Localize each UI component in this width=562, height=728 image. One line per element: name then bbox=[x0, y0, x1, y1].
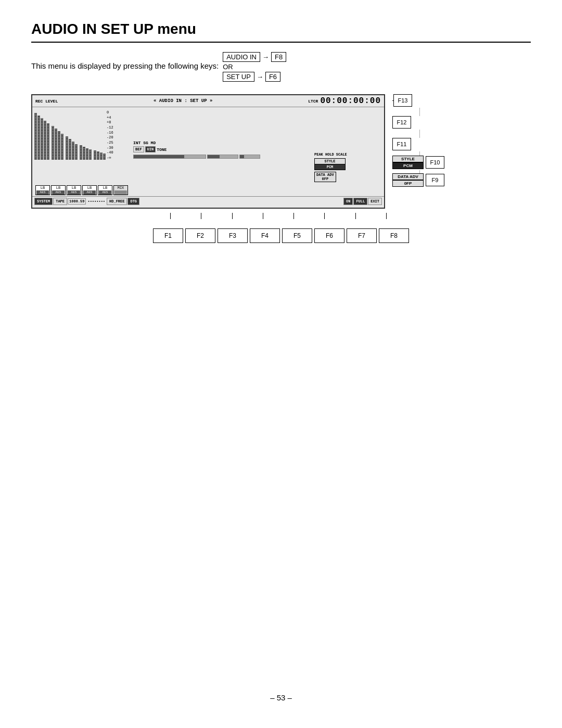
scale-label: SCALE bbox=[336, 152, 347, 157]
f9-side-key[interactable]: DATA ADV 0FP F9 bbox=[392, 173, 444, 187]
style-box: STYLE PCM bbox=[314, 158, 346, 170]
f5-bottom-key[interactable]: F5 bbox=[282, 228, 312, 243]
ch2-label: LB AES bbox=[51, 185, 66, 195]
dotted-cell: ▪▪▪▪▪▪▪▪ bbox=[86, 199, 106, 204]
f9-dataadv-label: DATA ADV bbox=[392, 173, 424, 180]
ch4-label: LB AES bbox=[82, 185, 97, 195]
f11-label: F11 bbox=[392, 138, 411, 150]
f10-style-label: STYLE bbox=[392, 156, 424, 162]
ltc-time: 00:00:00:00 bbox=[320, 96, 381, 106]
f9-ofp-label: 0FP bbox=[392, 180, 424, 187]
audio-in-key: AUDIO IN bbox=[223, 52, 260, 62]
f9-label: F9 bbox=[426, 174, 444, 186]
ch3-label: LB AES bbox=[67, 185, 81, 195]
bottom-fkeys-row: F1 F2 F3 F4 F5 F6 F7 F8 bbox=[153, 228, 409, 243]
ltc-label: LTCR bbox=[308, 99, 318, 104]
f6-bottom-key[interactable]: F6 bbox=[314, 228, 344, 243]
scale-30: -30 bbox=[107, 146, 113, 150]
f2-bottom-key[interactable]: F2 bbox=[185, 228, 215, 243]
ch5-label: LB AES bbox=[98, 185, 112, 195]
intro-text: This menu is displayed by pressing the f… bbox=[31, 61, 219, 70]
f10-side-key[interactable]: STYLE PCM F10 bbox=[392, 156, 444, 169]
f6-key: F6 bbox=[265, 72, 280, 82]
f8-bottom-key[interactable]: F8 bbox=[379, 228, 409, 243]
scale-8: +8 bbox=[107, 120, 113, 124]
on-cell: ON bbox=[343, 198, 353, 205]
main-screen: REC LEVEL « AUDIO IN : SET UP » LTCR 00:… bbox=[31, 94, 385, 209]
tape-cell: TAPE bbox=[53, 198, 67, 205]
ch6-label: MIX bbox=[113, 185, 128, 195]
arrow2: → bbox=[257, 73, 263, 81]
scale-25: -25 bbox=[107, 141, 113, 145]
scale-12: -12 bbox=[107, 125, 113, 130]
scale-40: -40 bbox=[107, 150, 113, 155]
peak-label: PEAK HOLD bbox=[314, 152, 334, 157]
f13-side-key[interactable]: F13 bbox=[392, 94, 444, 107]
f12-label: F12 bbox=[392, 116, 411, 129]
scale-20: -20 bbox=[107, 135, 113, 139]
uin-label: UIN bbox=[145, 146, 156, 152]
or-text: OR bbox=[223, 63, 286, 71]
tone-label: TONE bbox=[157, 147, 167, 152]
f12-side-key[interactable]: F12 bbox=[392, 116, 444, 129]
f3-bottom-key[interactable]: F3 bbox=[218, 228, 248, 243]
style-bottom: PCM bbox=[315, 164, 345, 170]
rec-level-label: REC LEVEL bbox=[35, 99, 58, 104]
freq-cell: 1080.59 bbox=[68, 198, 86, 205]
hd-free-cell: HD_FREE bbox=[107, 198, 127, 205]
screen-title: « AUDIO IN : SET UP » bbox=[154, 98, 212, 104]
set-up-key: SET UP bbox=[223, 72, 254, 82]
f4-bottom-key[interactable]: F4 bbox=[250, 228, 280, 243]
system-cell: SYSTEM bbox=[34, 198, 53, 205]
style-top: STYLE bbox=[315, 159, 345, 164]
arrow1: → bbox=[262, 53, 269, 61]
data-adv-box: DATA ADV 0FP bbox=[314, 172, 336, 182]
f7-bottom-key[interactable]: F7 bbox=[347, 228, 377, 243]
scale-0: 0 bbox=[107, 110, 113, 114]
ch1-label: LB AES bbox=[35, 185, 50, 195]
scale-4: +4 bbox=[107, 116, 113, 120]
f11-side-key[interactable]: F11 bbox=[392, 138, 444, 150]
page-title: AUDIO IN SET UP menu bbox=[31, 21, 531, 43]
f10-label: F10 bbox=[426, 156, 444, 169]
full-cell: FULL bbox=[353, 198, 367, 205]
scale-16: -16 bbox=[107, 131, 113, 135]
dtg-cell: DTG bbox=[127, 198, 139, 205]
bef-label: BEF bbox=[133, 146, 144, 152]
f13-label: F13 bbox=[393, 94, 412, 107]
f8-key: F8 bbox=[271, 52, 286, 62]
f1-bottom-key[interactable]: F1 bbox=[153, 228, 183, 243]
page-number: – 53 – bbox=[270, 693, 292, 702]
int-sg-md-label: INT SG MD bbox=[133, 141, 156, 145]
exit-cell: EXIT bbox=[368, 198, 382, 205]
f10-pcm-label: PCM bbox=[392, 162, 424, 169]
ofp-label: 0FP bbox=[316, 177, 334, 181]
scale-inf: -∞ bbox=[107, 156, 113, 160]
